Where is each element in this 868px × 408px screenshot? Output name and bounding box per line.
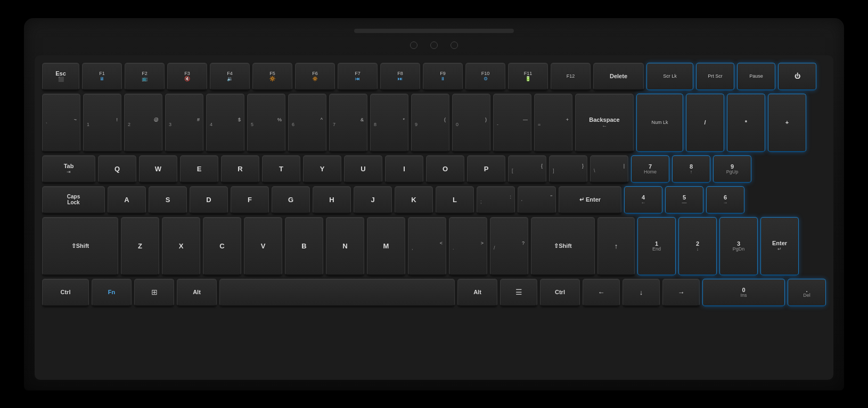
key-f2[interactable]: F2 📺 — [125, 63, 165, 90]
key-right-alt[interactable]: Alt — [457, 279, 497, 306]
key-f3[interactable]: F3 🔇 — [167, 63, 207, 90]
key-6[interactable]: ^ 6 — [288, 94, 326, 152]
key-k[interactable]: K — [395, 186, 433, 214]
key-enter[interactable]: ↵ Enter — [559, 186, 621, 214]
key-v[interactable]: V — [244, 217, 282, 276]
key-num-0[interactable]: 0 Ins — [702, 279, 785, 306]
key-right-shift[interactable]: ⇧Shift — [531, 217, 595, 276]
key-q[interactable]: Q — [98, 155, 136, 183]
key-num-4[interactable]: 4 ← — [624, 186, 662, 214]
key-5[interactable]: % 5 — [247, 94, 285, 152]
key-num-7[interactable]: 7 Home — [631, 155, 669, 183]
key-x[interactable]: X — [162, 217, 200, 276]
key-8[interactable]: * 8 — [370, 94, 408, 152]
key-f12[interactable]: F12 — [551, 63, 591, 90]
key-num-5[interactable]: 5 — — [665, 186, 703, 214]
key-equals[interactable]: + = — [534, 94, 572, 152]
key-e[interactable]: E — [180, 155, 218, 183]
key-comma[interactable]: < , — [408, 217, 446, 276]
keyboard-area: Esc ⬛ F1 🖥 F2 📺 F3 🔇 F4 🔉 F5 🔆 — [35, 55, 833, 380]
key-u[interactable]: U — [344, 155, 382, 183]
key-f10[interactable]: F10 ⚙ — [465, 63, 505, 90]
key-num-9[interactable]: 9 PgUp — [713, 155, 751, 183]
key-r[interactable]: R — [221, 155, 259, 183]
key-num-dot[interactable]: . Del — [788, 279, 826, 306]
key-num-2[interactable]: 2 ↓ — [678, 217, 717, 276]
key-h[interactable]: H — [313, 186, 351, 214]
key-num-3[interactable]: 3 PgDn — [719, 217, 758, 276]
key-num-plus[interactable]: + — [768, 94, 806, 152]
key-space[interactable] — [219, 279, 455, 306]
key-menu[interactable]: ☰ — [500, 279, 537, 306]
key-c[interactable]: C — [203, 217, 241, 276]
key-semicolon[interactable]: : ; — [477, 186, 515, 214]
key-w[interactable]: W — [139, 155, 177, 183]
key-rbracket[interactable]: } ] — [549, 155, 587, 183]
key-win[interactable]: ⊞ — [134, 279, 174, 306]
key-capslock[interactable]: Caps Lock — [42, 186, 105, 214]
key-f8[interactable]: F8 ⏭ — [380, 63, 420, 90]
key-lbracket[interactable]: { [ — [508, 155, 546, 183]
key-backspace[interactable]: Backspace ← — [575, 94, 634, 152]
key-pause[interactable]: Pause — [737, 63, 775, 90]
key-scrlk[interactable]: Scr Lk — [646, 63, 693, 90]
key-power[interactable]: ⏻ — [778, 63, 816, 90]
key-tilde[interactable]: ~ ` — [42, 94, 80, 152]
key-j[interactable]: J — [354, 186, 392, 214]
key-s[interactable]: S — [149, 186, 187, 214]
key-slash[interactable]: ? / — [490, 217, 528, 276]
key-o[interactable]: O — [426, 155, 464, 183]
key-7[interactable]: & 7 — [329, 94, 367, 152]
key-left-arrow[interactable]: ← — [583, 279, 620, 306]
key-num-1[interactable]: 1 End — [637, 217, 676, 276]
key-left-shift[interactable]: ⇧Shift — [42, 217, 118, 276]
key-up-arrow[interactable]: ↑ — [597, 217, 635, 276]
key-minus[interactable]: — - — [493, 94, 531, 152]
key-t[interactable]: T — [262, 155, 300, 183]
key-3[interactable]: # 3 — [165, 94, 203, 152]
key-9[interactable]: ( 9 — [411, 94, 449, 152]
key-prtscr[interactable]: Prt Scr — [696, 63, 734, 90]
key-4[interactable]: $ 4 — [206, 94, 244, 152]
key-right-arrow[interactable]: → — [662, 279, 700, 306]
key-i[interactable]: I — [385, 155, 423, 183]
key-m[interactable]: M — [367, 217, 405, 276]
key-left-alt[interactable]: Alt — [177, 279, 217, 306]
key-f[interactable]: F — [231, 186, 269, 214]
key-backslash[interactable]: | \ — [590, 155, 628, 183]
key-numlk[interactable]: Num Lk — [636, 94, 683, 152]
key-b[interactable]: B — [285, 217, 323, 276]
key-n[interactable]: N — [326, 217, 364, 276]
key-left-ctrl[interactable]: Ctrl — [42, 279, 89, 306]
key-2[interactable]: @ 2 — [124, 94, 162, 152]
key-f5[interactable]: F5 🔆 — [252, 63, 292, 90]
key-quote[interactable]: " ' — [518, 186, 556, 214]
key-a[interactable]: A — [108, 186, 146, 214]
key-num-6[interactable]: 6 → — [706, 186, 744, 214]
key-d[interactable]: D — [190, 186, 228, 214]
key-esc[interactable]: Esc ⬛ — [42, 63, 79, 90]
key-f6[interactable]: F6 🔅 — [295, 63, 335, 90]
key-g[interactable]: G — [272, 186, 310, 214]
key-num-slash[interactable]: / — [686, 94, 724, 152]
key-z[interactable]: Z — [121, 217, 159, 276]
key-tab[interactable]: Tab ⇥ — [42, 155, 95, 183]
key-period[interactable]: > . — [449, 217, 487, 276]
key-f4[interactable]: F4 🔉 — [210, 63, 250, 90]
key-down-arrow[interactable]: ↓ — [623, 279, 660, 306]
key-right-ctrl[interactable]: Ctrl — [540, 279, 580, 306]
key-f11[interactable]: F11 🔋 — [508, 63, 548, 90]
key-l[interactable]: L — [436, 186, 474, 214]
key-1[interactable]: ! 1 — [83, 94, 121, 152]
key-num-8[interactable]: 8 ↑ — [672, 155, 710, 183]
key-num-enter[interactable]: Enter ↵ — [760, 217, 799, 276]
key-fn[interactable]: Fn — [92, 279, 132, 306]
key-p[interactable]: P — [467, 155, 505, 183]
key-f7[interactable]: F7 ⏮ — [338, 63, 378, 90]
key-f9[interactable]: F9 ⏸ — [423, 63, 463, 90]
key-num-asterisk[interactable]: * — [727, 94, 765, 152]
key-delete[interactable]: Delete — [593, 63, 644, 90]
key-f1[interactable]: F1 🖥 — [82, 63, 122, 90]
key-y[interactable]: Y — [303, 155, 341, 183]
key-0[interactable]: ) 0 — [452, 94, 490, 152]
